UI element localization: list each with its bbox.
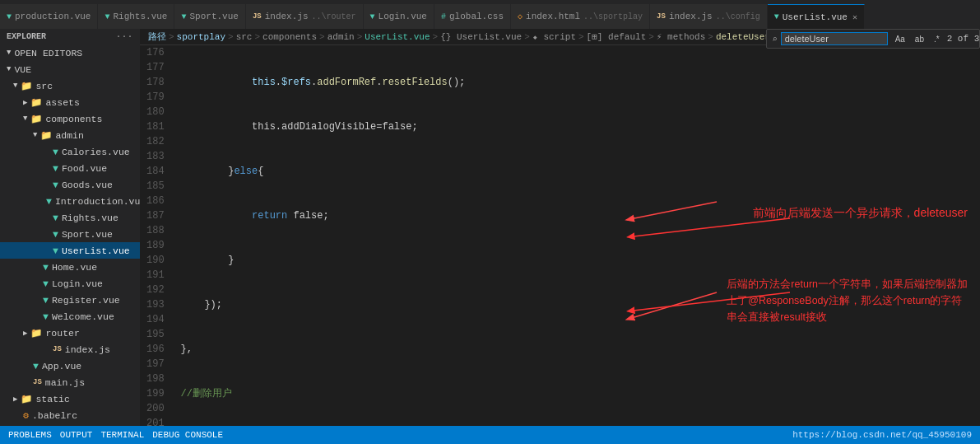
code-line-179: return false; <box>181 208 973 223</box>
breadcrumb-sep-7: > <box>524 32 530 42</box>
sidebar-index-router-label: index.js <box>65 344 110 355</box>
sidebar-item-babelrc[interactable]: ⚙ .babelrc <box>0 407 140 423</box>
code-line-180: } <box>181 253 973 268</box>
arrow-components <box>23 115 27 123</box>
arrow-admin <box>33 131 37 139</box>
tab-icon-index-config: JS <box>657 12 666 21</box>
sidebar-vue-label: VUE <box>14 64 31 75</box>
code-editor[interactable]: 176 177 178 179 180 181 182 183 184 185 … <box>140 45 980 426</box>
sidebar-item-welcome[interactable]: ▼ Welcome.vue <box>0 308 140 325</box>
find-options: Aa ab .* <box>891 33 944 45</box>
tab-index-config[interactable]: JS index.js ..\config <box>650 4 768 29</box>
sidebar-sport-label: Sport.vue <box>62 229 113 240</box>
sidebar-item-app[interactable]: ▼ App.vue <box>0 358 140 374</box>
tab-label-sport: Sport.vue <box>189 12 238 21</box>
sidebar-main-label: main.js <box>45 377 85 388</box>
tab-rights[interactable]: ▼ Rights.vue <box>98 4 174 29</box>
main-area: EXPLORER ··· OPEN EDITORS VUE 📁 src 📁 as… <box>0 29 980 426</box>
sidebar-item-home[interactable]: ▼ Home.vue <box>0 259 140 275</box>
code-line-181: }); <box>181 297 973 312</box>
sidebar-food-label: Food.vue <box>62 163 107 174</box>
sidebar-item-assets[interactable]: 📁 assets <box>0 94 140 110</box>
tab-suffix-router: ..\router <box>312 12 356 21</box>
sidebar-header: EXPLORER ··· <box>0 29 140 44</box>
find-search-icon: ⌕ <box>772 34 778 44</box>
find-widget[interactable]: ⌕ Aa ab .* 2 of 3 ↑ ↓ ✕ <box>766 29 980 49</box>
code-line-176: this.$refs.addFormRef.resetFields(); <box>181 75 973 90</box>
sidebar-item-rights[interactable]: ▼ Rights.vue <box>0 209 140 226</box>
find-input[interactable] <box>781 32 888 45</box>
tab-label-index-router: index.js <box>265 12 309 21</box>
breadcrumb-userlist: UserList.vue <box>365 32 430 42</box>
status-bar: PROBLEMS OUTPUT TERMINAL DEBUG CONSOLE h… <box>0 426 980 444</box>
sidebar-app-label: App.vue <box>42 361 81 372</box>
arrow-router <box>23 329 27 338</box>
status-bar-left: PROBLEMS OUTPUT TERMINAL DEBUG CONSOLE <box>8 430 223 440</box>
sidebar-calories-label: Calories.vue <box>62 147 130 157</box>
sidebar-item-sport[interactable]: ▼ Sport.vue <box>0 226 140 242</box>
folder-assets-icon: 📁 <box>30 96 42 108</box>
sidebar-item-food[interactable]: ▼ Food.vue <box>0 160 140 176</box>
arrow-static <box>13 395 17 404</box>
file-icon-register: ▼ <box>43 295 49 306</box>
sidebar-item-register[interactable]: ▼ Register.vue <box>0 292 140 308</box>
tab-login[interactable]: ▼ Login.vue <box>364 4 434 29</box>
file-icon-introduction: ▼ <box>46 196 52 207</box>
sidebar-open-editors-label: OPEN EDITORS <box>14 48 82 58</box>
tab-index-html[interactable]: ◇ index.html ..\sportplay <box>511 4 650 29</box>
sidebar-item-goods[interactable]: ▼ Goods.vue <box>0 176 140 193</box>
file-icon-rights: ▼ <box>53 213 58 223</box>
tab-close-userlist[interactable]: ✕ <box>852 12 857 22</box>
status-debug-console[interactable]: DEBUG CONSOLE <box>152 430 223 440</box>
tab-sport[interactable]: ▼ Sport.vue <box>174 4 245 29</box>
sidebar-item-components[interactable]: 📁 components <box>0 110 140 127</box>
status-problems[interactable]: PROBLEMS <box>8 430 52 440</box>
tab-icon-index-html: ◇ <box>518 12 523 21</box>
find-option-regex[interactable]: .* <box>930 33 944 45</box>
file-icon-home: ▼ <box>43 262 49 273</box>
file-icon-sport: ▼ <box>53 229 58 240</box>
sidebar-section-open-editors[interactable]: OPEN EDITORS <box>0 44 140 61</box>
find-option-ab[interactable]: ab <box>911 33 928 45</box>
sidebar-admin-label: admin <box>55 130 84 141</box>
breadcrumb-sep-6: > <box>433 32 439 42</box>
file-icon-app: ▼ <box>33 361 39 372</box>
sidebar-menu-dots[interactable]: ··· <box>116 32 133 41</box>
tab-label-global-css: global.css <box>449 12 504 21</box>
breadcrumb-sep-9: > <box>648 32 654 42</box>
sidebar-item-login[interactable]: ▼ Login.vue <box>0 275 140 292</box>
code-line-183: //删除用户 <box>181 386 973 401</box>
sidebar-item-userlist[interactable]: ▼ UserList.vue <box>0 242 140 259</box>
sidebar-item-router[interactable]: 📁 router <box>0 325 140 341</box>
arrow-open-editors <box>7 49 11 57</box>
sidebar-userlist-label: UserList.vue <box>62 245 130 256</box>
tab-global-css[interactable]: # global.css <box>434 4 511 29</box>
find-count: 2 of 3 <box>947 34 980 44</box>
tab-production[interactable]: ▼ production.vue <box>0 4 98 29</box>
breadcrumb-obj: {} UserList.vue <box>440 32 522 42</box>
tab-index-router[interactable]: JS index.js ..\router <box>246 4 364 29</box>
status-terminal[interactable]: TERMINAL <box>100 430 144 440</box>
sidebar-item-index-router[interactable]: JS index.js <box>0 341 140 358</box>
find-option-aa[interactable]: Aa <box>891 33 909 45</box>
code-content: this.$refs.addFormRef.resetFields(); thi… <box>174 45 980 426</box>
sidebar-item-admin[interactable]: 📁 admin <box>0 127 140 143</box>
sidebar-item-static[interactable]: 📁 static <box>0 390 140 407</box>
sidebar-item-introduction[interactable]: ▼ Introduction.vue <box>0 193 140 209</box>
breadcrumb-sep-10: > <box>708 32 713 42</box>
sidebar-item-main[interactable]: JS main.js <box>0 374 140 390</box>
arrow-src <box>13 82 17 90</box>
arrow-assets <box>23 98 27 107</box>
tab-bar: ▼ production.vue ▼ Rights.vue ▼ Sport.vu… <box>0 0 980 29</box>
breadcrumb-sep-1: > <box>169 32 174 42</box>
breadcrumb-script: ⬥ script <box>532 32 576 42</box>
breadcrumb-deleteuser: deleteUser <box>716 32 770 42</box>
sidebar-introduction-label: Introduction.vue <box>55 196 140 207</box>
tab-label-index-html: index.html <box>526 12 580 21</box>
tab-userlist[interactable]: ▼ UserList.vue ✕ <box>768 4 865 29</box>
sidebar-item-src[interactable]: 📁 src <box>0 77 140 94</box>
sidebar-rights-label: Rights.vue <box>62 213 118 223</box>
sidebar-section-vue[interactable]: VUE <box>0 61 140 77</box>
status-output[interactable]: OUTPUT <box>60 430 93 440</box>
sidebar-item-calories[interactable]: ▼ Calories.vue <box>0 143 140 160</box>
